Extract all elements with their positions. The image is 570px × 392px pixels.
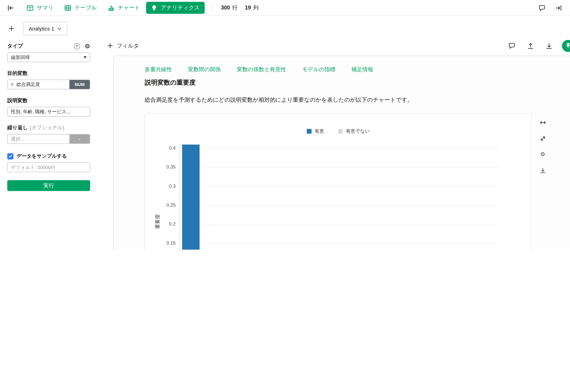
chart-tools: ⚙ bbox=[537, 117, 548, 176]
tab-label: Analytics 1 bbox=[29, 26, 54, 31]
legend-label: 有意でない bbox=[346, 128, 370, 134]
repeat-select-field[interactable]: 選択... - bbox=[7, 134, 90, 144]
top-toolbar: サマリ テーブル チャート アナリティクス 300行 19列 bbox=[0, 0, 570, 16]
toolbar-divider bbox=[212, 4, 212, 12]
toolbar-right bbox=[537, 2, 564, 13]
legend-swatch bbox=[338, 129, 343, 133]
legend-item-1[interactable]: 有意でない bbox=[338, 128, 370, 134]
legend-label: 有意 bbox=[315, 128, 324, 134]
chart-download-icon[interactable] bbox=[537, 165, 548, 176]
sample-size-field[interactable]: デフォルト: 50000行 bbox=[7, 162, 90, 172]
result-nav-link-1[interactable]: 変数間の関係 bbox=[188, 66, 221, 73]
repeat-label: 繰り返し bbox=[7, 125, 28, 131]
result-section-nav: 多重共線性変数間の関係変数の係数と有意性モデルの指標補足情報 bbox=[145, 66, 570, 73]
model-type-select[interactable]: 線形回帰 bbox=[7, 52, 90, 62]
lightbulb-icon bbox=[151, 5, 157, 11]
chart-legend: 有意有意でない bbox=[145, 128, 531, 134]
upload-icon[interactable] bbox=[525, 40, 536, 51]
gear-icon[interactable]: ⚙ bbox=[85, 43, 90, 49]
add-tab-button[interactable] bbox=[6, 22, 17, 35]
row-count: 300行 bbox=[221, 4, 238, 11]
view-chart-label: チャート bbox=[118, 4, 140, 11]
legend-item-0[interactable]: 有意 bbox=[307, 128, 324, 134]
add-filter-button[interactable]: フィルタ bbox=[107, 42, 139, 49]
y-tick-label: 0.4 bbox=[145, 145, 175, 151]
resize-horizontal-icon[interactable] bbox=[537, 117, 548, 128]
sample-data-row: データをサンプルする bbox=[7, 153, 90, 159]
repeat-placeholder: 選択... bbox=[11, 136, 24, 142]
y-axis-title: 重要度 bbox=[155, 214, 161, 229]
main-header-icons bbox=[506, 40, 570, 52]
view-analytics-label: アナリティクス bbox=[161, 4, 200, 11]
target-variable-value: 総合満足度 bbox=[16, 81, 40, 88]
repeat-label-row: 繰り返し (オプショナル) bbox=[7, 125, 90, 131]
result-nav-link-3[interactable]: モデルの指標 bbox=[302, 66, 336, 73]
run-button[interactable]: 実行 bbox=[7, 180, 90, 191]
tab-strip: Analytics 1 bbox=[0, 16, 570, 35]
expand-right-icon[interactable] bbox=[553, 2, 564, 13]
result-nav-link-2[interactable]: 変数の係数と有意性 bbox=[237, 66, 286, 73]
view-table-button[interactable]: テーブル bbox=[60, 2, 102, 14]
importance-bar-chart: 有意有意でない 00.050.10.150.20.250.30.350.4サービ… bbox=[145, 113, 532, 250]
sample-size-placeholder: デフォルト: 50000行 bbox=[11, 164, 56, 170]
pushpin-icon bbox=[565, 42, 570, 49]
predictor-label-row: 説明変数 bbox=[7, 97, 90, 104]
repeat-clear-button[interactable]: - bbox=[69, 134, 90, 143]
view-summary-label: サマリ bbox=[37, 4, 53, 11]
y-tick-label: 0.15 bbox=[145, 240, 175, 246]
table-icon bbox=[64, 5, 71, 11]
comment-icon[interactable] bbox=[537, 2, 547, 13]
tab-analytics-1[interactable]: Analytics 1 bbox=[23, 22, 67, 35]
main-header: フィルタ bbox=[107, 40, 570, 52]
gridline bbox=[179, 243, 501, 244]
view-table-label: テーブル bbox=[74, 4, 97, 11]
view-summary-button[interactable]: サマリ bbox=[22, 2, 58, 14]
repeat-optional-label: (オプショナル) bbox=[29, 125, 64, 131]
view-chart-button[interactable]: チャート bbox=[103, 2, 145, 14]
comment-icon[interactable] bbox=[506, 40, 517, 51]
y-tick-label: 0.3 bbox=[145, 183, 175, 189]
filter-label: フィルタ bbox=[117, 42, 139, 49]
num-type-badge: NUM bbox=[69, 80, 90, 89]
analytics-sidebar: タイプ ? ⚙ 線形回帰 目的変数 # 総合満足度 NUM 説明変数 bbox=[0, 35, 98, 250]
column-count: 19列 bbox=[245, 4, 259, 11]
bar-0 bbox=[182, 144, 199, 250]
download-icon[interactable] bbox=[543, 40, 554, 51]
collapse-left-icon[interactable] bbox=[5, 2, 16, 13]
section-description: 総合満足度を予測するためにどの説明変数が相対的により重要なのかを表したのが以下の… bbox=[145, 96, 570, 104]
y-tick-label: 0.35 bbox=[145, 164, 175, 170]
app-body: タイプ ? ⚙ 線形回帰 目的変数 # 総合満足度 NUM 説明変数 bbox=[0, 35, 570, 250]
app-window: サマリ テーブル チャート アナリティクス 300行 19列 bbox=[0, 0, 570, 250]
gridline bbox=[179, 148, 501, 149]
gridline bbox=[179, 205, 501, 206]
y-axis-line bbox=[179, 143, 180, 250]
view-switcher: サマリ テーブル チャート アナリティクス bbox=[22, 2, 205, 14]
predictor-variables-field[interactable]: 性別, 年齢, 職種, サービス... bbox=[7, 107, 90, 116]
sample-data-checkbox[interactable] bbox=[7, 153, 14, 159]
type-label: タイプ bbox=[7, 43, 23, 49]
target-variable-label: 目的変数 bbox=[7, 70, 28, 76]
model-type-value: 線形回帰 bbox=[11, 54, 30, 60]
summary-icon bbox=[27, 5, 33, 11]
predictor-variables-value: 性別, 年齢, 職種, サービス... bbox=[11, 108, 70, 115]
target-variable-field[interactable]: # 総合満足度 NUM bbox=[7, 80, 90, 89]
analytics-result-card: 多重共線性変数間の関係変数の係数と有意性モデルの指標補足情報 説明変数の重要度 … bbox=[113, 56, 570, 250]
chart-wrapper: 有意有意でない 00.050.10.150.20.250.30.350.4サービ… bbox=[145, 113, 570, 250]
numeric-hash-icon: # bbox=[11, 82, 14, 87]
pin-button[interactable] bbox=[562, 40, 570, 52]
gridline bbox=[179, 186, 501, 186]
main-panel: フィルタ 多重共線性 bbox=[98, 35, 570, 250]
chart-settings-gear-icon[interactable]: ⚙ bbox=[537, 149, 548, 160]
expand-diagonal-icon[interactable] bbox=[537, 133, 548, 144]
select-caret-icon bbox=[84, 56, 87, 58]
result-nav-link-0[interactable]: 多重共線性 bbox=[145, 66, 172, 73]
plus-icon bbox=[107, 43, 113, 49]
legend-swatch bbox=[307, 129, 311, 133]
result-nav-link-4[interactable]: 補足情報 bbox=[351, 66, 373, 73]
chart-icon bbox=[108, 5, 115, 11]
predictor-variables-label: 説明変数 bbox=[7, 97, 28, 104]
type-label-row: タイプ ? ⚙ bbox=[7, 43, 90, 49]
help-icon[interactable]: ? bbox=[74, 43, 80, 49]
view-analytics-button[interactable]: アナリティクス bbox=[146, 2, 205, 14]
target-label-row: 目的変数 bbox=[7, 70, 90, 76]
